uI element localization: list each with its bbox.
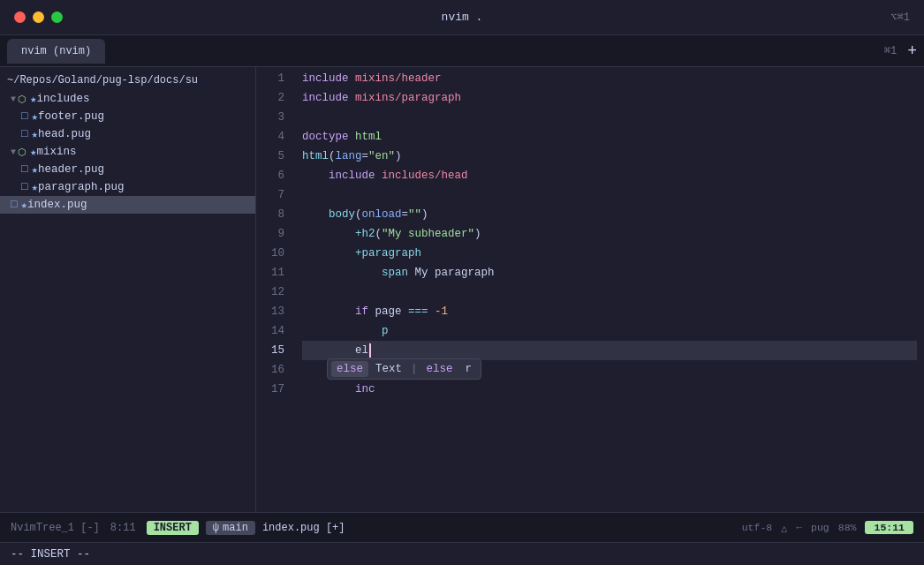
line-num-9: 9 (263, 224, 284, 244)
line-num-16: 16 (263, 360, 284, 380)
line-numbers: 1 2 3 4 5 6 7 8 9 10 11 12 13 14 15 16 1… (256, 69, 295, 510)
line-num-7: 7 (263, 185, 284, 205)
file-icon: □ (21, 181, 28, 193)
scroll-percent: 88% (838, 522, 857, 533)
sidebar-item-header[interactable]: □ ★ header.pug (0, 161, 255, 178)
line-num-6: 6 (263, 166, 284, 185)
sidebar-item-index[interactable]: □ ★ index.pug (0, 196, 255, 214)
title-bar: nvim . ⌥⌘1 (0, 0, 924, 35)
line-num-13: 13 (263, 302, 284, 321)
window-title: nvim . (442, 11, 483, 24)
code-line-4: doctype html (302, 127, 917, 147)
branch-name: main (223, 522, 248, 534)
line-num-11: 11 (263, 263, 284, 282)
code-line-15: el (302, 341, 917, 360)
open-filename: index.pug [+] (262, 522, 345, 534)
code-line-13: if page === -1 (302, 302, 917, 321)
folder-label: includes (37, 93, 90, 105)
close-button[interactable] (14, 11, 26, 23)
maximize-button[interactable] (51, 11, 63, 23)
main-area: ~/Repos/Goland/pug-lsp/docs/su ▼ ⬡ ★ inc… (0, 67, 924, 512)
nvim-tree-label: NvimTree_1 [-] (11, 522, 100, 534)
tab-bar: nvim (nvim) ⌘1 + (0, 35, 924, 67)
command-line: -- INSERT -- (0, 542, 924, 565)
status-left: NvimTree_1 [-] 8:11 (11, 522, 136, 534)
code-line-17: inc (302, 380, 917, 399)
code-line-5: html(lang="en") (302, 147, 917, 166)
code-line-11: span My paragraph (302, 263, 917, 282)
tab-label: nvim (nvim) (21, 45, 91, 57)
tab-bar-actions: ⌘1 + (884, 42, 917, 60)
new-tab-button[interactable]: + (907, 42, 917, 60)
tab-shortcut: ⌘1 (884, 44, 897, 57)
line-num-4: 4 (263, 127, 284, 147)
ac-item-r[interactable]: r (460, 361, 478, 377)
line-num-1: 1 (263, 69, 284, 88)
file-icon: □ (21, 128, 28, 140)
time-badge: 15:11 (865, 521, 913, 534)
line-num-2: 2 (263, 88, 284, 108)
code-line-2: include mixins/paragraph (302, 88, 917, 108)
encoding-label: utf-8 (742, 522, 773, 533)
file-icon: □ (21, 163, 28, 176)
editor-content: 1 2 3 4 5 6 7 8 9 10 11 12 13 14 15 16 1… (256, 67, 924, 512)
code-line-9: +h2("My subheader") (302, 224, 917, 244)
line-num-14: 14 (263, 321, 284, 341)
code-line-10: +paragraph (302, 244, 917, 263)
ac-item-text[interactable]: Text (370, 361, 407, 377)
line-num-15: 15 (263, 341, 284, 360)
code-line-14: p (302, 321, 917, 341)
ac-item-else[interactable]: else (331, 361, 368, 377)
file-label: footer.pug (38, 110, 104, 123)
traffic-lights (14, 11, 63, 23)
file-icon: □ (11, 199, 18, 211)
filetype-label: pug (811, 522, 829, 533)
sidebar-item-footer[interactable]: □ ★ footer.pug (0, 108, 255, 125)
code-line-7 (302, 185, 917, 205)
text-cursor (369, 343, 371, 358)
file-icon: □ (21, 110, 28, 123)
title-bar-shortcut: ⌥⌘1 (890, 11, 910, 24)
autocomplete-popup[interactable]: else Text | else r (327, 358, 481, 380)
status-center: INSERT ψ main index.pug [+] (147, 521, 731, 535)
file-label: index.pug (27, 199, 87, 211)
ac-item-else2[interactable]: else (421, 361, 458, 377)
line-num-5: 5 (263, 147, 284, 166)
tree-root: ~/Repos/Goland/pug-lsp/docs/su (0, 72, 255, 90)
folder-icon: ⬡ (18, 147, 27, 158)
branch-icon: ψ (213, 522, 219, 534)
git-delta-icon: △ (781, 522, 787, 534)
code-line-6: include includes/head (302, 166, 917, 185)
sidebar-item-paragraph[interactable]: □ ★ paragraph.pug (0, 178, 255, 196)
sidebar-item-head[interactable]: □ ★ head.pug (0, 125, 255, 143)
file-label: header.pug (38, 163, 104, 176)
git-arrow-icon: ← (796, 522, 802, 533)
status-right: utf-8 △ ← pug 88% 15:11 (742, 521, 913, 534)
branch-badge: ψ main (206, 521, 255, 535)
cursor-position: 8:11 (110, 522, 136, 534)
code-line-8: body(onload="") (302, 205, 917, 224)
folder-arrow-icon: ▼ (11, 94, 16, 104)
file-label: paragraph.pug (38, 181, 125, 193)
sidebar-item-mixins[interactable]: ▼ ⬡ ★ mixins (0, 143, 255, 161)
code-area[interactable]: include mixins/header include mixins/par… (295, 69, 924, 510)
file-tree: ~/Repos/Goland/pug-lsp/docs/su ▼ ⬡ ★ inc… (0, 67, 256, 512)
line-num-10: 10 (263, 244, 284, 263)
cmd-line-text: -- INSERT -- (11, 548, 90, 561)
line-num-17: 17 (263, 380, 284, 399)
code-line-12 (302, 282, 917, 302)
ac-separator: | (409, 361, 420, 377)
folder-arrow-icon: ▼ (11, 147, 16, 157)
active-tab[interactable]: nvim (nvim) (7, 39, 105, 64)
folder-label: mixins (37, 146, 77, 158)
tab-list: nvim (nvim) (7, 39, 105, 64)
code-line-1: include mixins/header (302, 69, 917, 88)
file-label: head.pug (38, 128, 91, 140)
line-num-12: 12 (263, 282, 284, 302)
status-bar: NvimTree_1 [-] 8:11 INSERT ψ main index.… (0, 512, 924, 542)
sidebar-item-includes[interactable]: ▼ ⬡ ★ includes (0, 90, 255, 108)
minimize-button[interactable] (33, 11, 44, 23)
line-num-3: 3 (263, 108, 284, 127)
editor-area[interactable]: 1 2 3 4 5 6 7 8 9 10 11 12 13 14 15 16 1… (256, 67, 924, 512)
folder-icon: ⬡ (18, 94, 27, 105)
